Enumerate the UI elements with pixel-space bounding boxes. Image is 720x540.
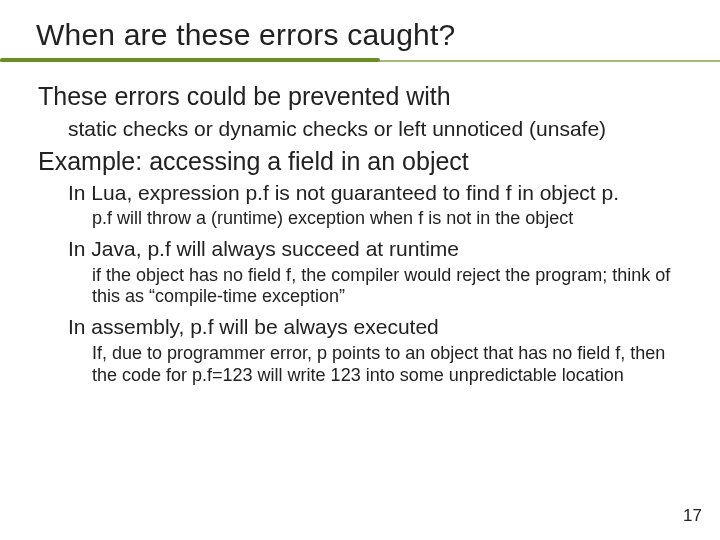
- bullet-l1: These errors could be prevented with: [38, 82, 684, 112]
- bullet-l2: In Java, p.f will always succeed at runt…: [68, 236, 684, 261]
- slide-body: These errors could be prevented with sta…: [36, 82, 684, 387]
- bullet-l2: In Lua, expression p.f is not guaranteed…: [68, 180, 684, 205]
- bullet-l1: Example: accessing a field in an object: [38, 147, 684, 177]
- title-underline: [36, 58, 684, 64]
- bullet-l3: if the object has no field f, the compil…: [92, 265, 684, 309]
- bullet-l2: In assembly, p.f will be always executed: [68, 314, 684, 339]
- bullet-l3: If, due to programmer error, p points to…: [92, 343, 684, 387]
- page-number: 17: [683, 506, 702, 526]
- slide-title: When are these errors caught?: [36, 18, 684, 52]
- slide: When are these errors caught? These erro…: [0, 0, 720, 540]
- bullet-l3: p.f will throw a (runtime) exception whe…: [92, 208, 684, 230]
- bullet-l2: static checks or dynamic checks or left …: [68, 116, 684, 141]
